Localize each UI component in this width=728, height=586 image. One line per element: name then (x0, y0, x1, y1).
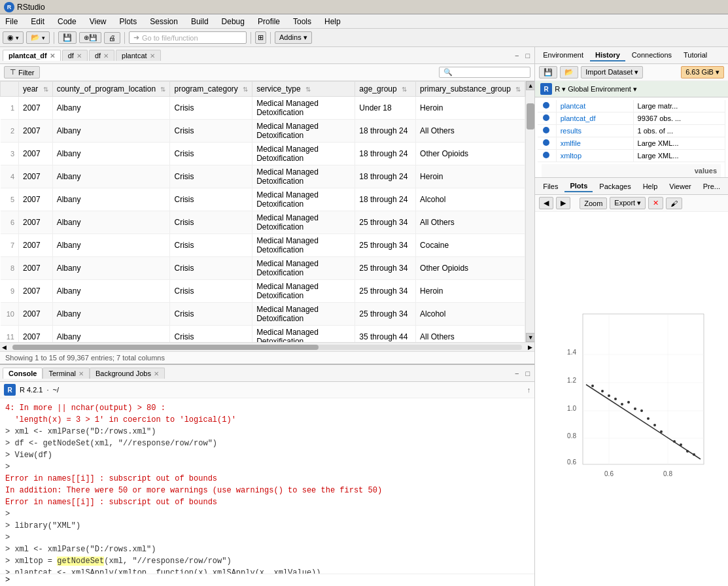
tab-connections[interactable]: Connections (627, 50, 677, 61)
table-row: 7 2007 Albany Crisis Medical Managed Det… (1, 234, 525, 257)
delete-plot-btn[interactable]: ✕ (648, 197, 663, 209)
console-content[interactable]: 4: In more || nchar(output) > 80 : 'leng… (0, 398, 534, 574)
menu-edit[interactable]: Edit (28, 16, 47, 27)
tab-plots[interactable]: Plots (564, 181, 593, 192)
col-header-program[interactable]: program_category ⇅ (170, 82, 252, 97)
close-tab-df2[interactable]: ✕ (103, 52, 109, 60)
env-name-plantcat-df[interactable]: plantcat_df (561, 114, 596, 122)
close-terminal-tab[interactable]: ✕ (78, 370, 84, 377)
menu-plots[interactable]: Plots (117, 16, 140, 27)
tab-plantcat[interactable]: plantcat ✕ (116, 50, 161, 61)
import-dataset-btn[interactable]: Import Dataset ▾ (581, 66, 643, 78)
toolbar: ◉ ▾ 📂 ▾ 💾 ⊕💾 🖨 ➜ Go to file/function ⊞ A… (0, 29, 728, 47)
goto-file-function[interactable]: ➜ Go to file/function (129, 31, 247, 44)
env-name-xmltop[interactable]: xmltop (561, 152, 581, 160)
col-header-year[interactable]: year ⇅ (19, 82, 53, 97)
plot-svg: 0.6 0.8 1.0 1.2 1.4 0.6 0.8 (550, 307, 714, 491)
plot-forward-btn[interactable]: ▶ (556, 197, 570, 209)
files-tab-bar: Files Plots Packages Help Viewer Pre... (535, 178, 728, 195)
menu-code[interactable]: Code (55, 16, 79, 27)
tab-history[interactable]: History (590, 50, 625, 61)
tab-terminal[interactable]: Terminal ✕ (43, 368, 90, 379)
close-tab-plantcat-df[interactable]: ✕ (50, 52, 55, 60)
tab-df2[interactable]: df ✕ (89, 50, 114, 61)
table-search[interactable]: 🔍 (439, 67, 530, 78)
menu-help[interactable]: Help (322, 16, 343, 27)
clear-plots-btn[interactable]: 🖌 (666, 198, 682, 209)
grid-button[interactable]: ⊞ (255, 31, 266, 44)
env-name-plantcat[interactable]: plantcat (561, 102, 586, 110)
table-row: 1 2007 Albany Crisis Medical Managed Det… (1, 97, 525, 120)
menu-view[interactable]: View (87, 16, 109, 27)
memory-btn[interactable]: 6.63 GiB ▾ (681, 66, 724, 78)
maximize-console-btn[interactable]: □ (524, 369, 532, 378)
vertical-scrollbar[interactable]: ▲ ▼ (525, 81, 534, 342)
menu-build[interactable]: Build (188, 16, 211, 27)
addins-button[interactable]: Addins ▾ (275, 31, 312, 44)
menu-profile[interactable]: Profile (255, 16, 283, 27)
minimize-data-btn[interactable]: − (513, 51, 521, 60)
scroll-thumb[interactable] (527, 103, 534, 129)
print-button[interactable]: 🖨 (104, 32, 120, 44)
col-header-age[interactable]: age_group ⇅ (355, 82, 416, 97)
tab-environment[interactable]: Environment (538, 50, 589, 61)
close-bgjobs-tab[interactable]: ✕ (154, 370, 159, 377)
console-tab-controls: − □ (513, 369, 532, 378)
tab-files[interactable]: Files (538, 181, 563, 192)
env-dropdown-btn[interactable]: R ▾ Global Environment ▾ (555, 85, 637, 94)
load-history-btn[interactable]: 📂 (560, 66, 578, 78)
close-tab-df1[interactable]: ✕ (77, 52, 82, 60)
tab-df1[interactable]: df ✕ (62, 50, 88, 61)
tab-label: plantcat_df (9, 52, 47, 60)
export-btn[interactable]: Export ▾ (610, 197, 646, 209)
scroll-up-btn[interactable]: ▲ (526, 81, 534, 90)
h-scroll-left[interactable]: ◀ (0, 344, 9, 351)
cell-service: Medical Managed Detoxification (252, 97, 355, 120)
env-name-xmlfile[interactable]: xmlfile (561, 139, 581, 147)
tab-tutorial[interactable]: Tutorial (678, 50, 712, 61)
search-icon: 🔍 (443, 68, 453, 77)
console-area: Console Terminal ✕ Background Jobs ✕ − □ (0, 364, 534, 586)
tab-plantcat-df[interactable]: plantcat_df ✕ (3, 50, 61, 61)
col-header-county[interactable]: county_of_program_location ⇅ (52, 82, 170, 97)
menu-debug[interactable]: Debug (219, 16, 247, 27)
data-table-wrapper[interactable]: year ⇅ county_of_program_location ⇅ prog… (0, 81, 534, 342)
tab-presentation[interactable]: Pre... (698, 181, 725, 192)
h-scroll-track[interactable] (12, 345, 522, 350)
plot-back-btn[interactable]: ◀ (539, 197, 553, 209)
filter-button[interactable]: ⊤ Filter (4, 66, 40, 78)
close-tab-plantcat[interactable]: ✕ (150, 52, 155, 60)
table-row: 9 2007 Albany Crisis Medical Managed Det… (1, 280, 525, 303)
menu-file[interactable]: File (3, 16, 20, 27)
menu-session[interactable]: Session (147, 16, 181, 27)
cell-age: Under 18 (355, 97, 416, 120)
col-header-substance[interactable]: primary_substance_group ⇅ (416, 82, 525, 97)
zoom-btn[interactable]: Zoom (580, 198, 607, 209)
col-header-service[interactable]: service_type ⇅ (252, 82, 355, 97)
minimize-console-btn[interactable]: − (513, 369, 521, 378)
h-scroll-right[interactable]: ▶ (526, 344, 534, 351)
table-row: 6 2007 Albany Crisis Medical Managed Det… (1, 211, 525, 234)
h-scroll-thumb[interactable] (12, 345, 319, 350)
tab-viewer[interactable]: Viewer (664, 181, 696, 192)
tab-help[interactable]: Help (638, 181, 663, 192)
menu-tools[interactable]: Tools (290, 16, 314, 27)
new-file-button[interactable]: ◉ ▾ (3, 31, 24, 44)
tab-packages[interactable]: Packages (594, 181, 636, 192)
save-button[interactable]: 💾 (58, 31, 77, 44)
cell-age: 25 through 34 (355, 211, 416, 234)
tab-console[interactable]: Console (3, 368, 43, 379)
open-file-button[interactable]: 📂 ▾ (26, 31, 50, 44)
scroll-track[interactable] (526, 90, 534, 333)
horizontal-scrollbar[interactable]: ◀ ▶ (0, 342, 534, 351)
col-header-rownum[interactable] (1, 82, 19, 97)
maximize-data-btn[interactable]: □ (524, 51, 532, 60)
save-history-btn[interactable]: 💾 (539, 66, 557, 78)
scroll-down-btn[interactable]: ▼ (526, 333, 534, 342)
console-scroll-up[interactable]: ↑ (527, 386, 531, 394)
console-prompt[interactable]: > (0, 574, 534, 586)
env-name-results[interactable]: results (561, 127, 581, 135)
save-all-button[interactable]: ⊕💾 (79, 32, 101, 43)
r-working-dir: ~/ (53, 386, 59, 394)
tab-background-jobs[interactable]: Background Jobs ✕ (90, 368, 165, 379)
